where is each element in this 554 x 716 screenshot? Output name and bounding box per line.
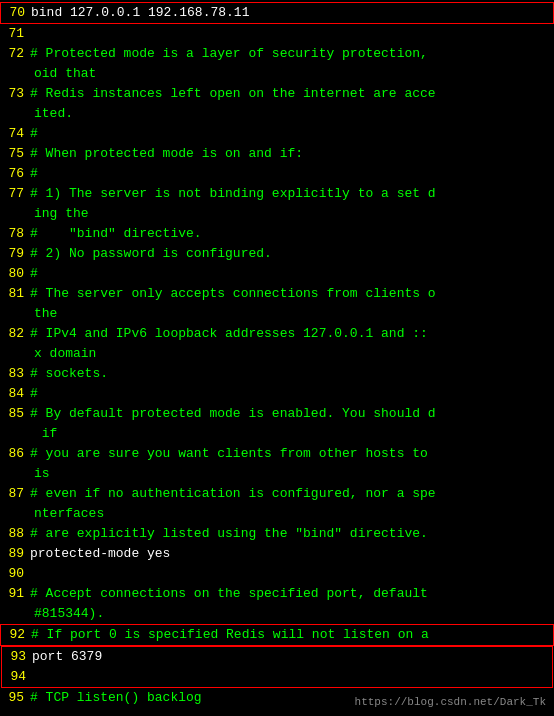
line-number-84: 84 (2, 384, 30, 404)
line-content-77: # 1) The server is not binding explicitl… (30, 184, 552, 204)
line-content-80: # (30, 264, 552, 284)
line-number-90: 90 (2, 564, 30, 584)
line-number-87: 87 (2, 484, 30, 504)
line-number-73: 73 (2, 84, 30, 104)
line-number-81: 81 (2, 284, 30, 304)
line-73-wrap: ited. (0, 104, 554, 124)
line-94: 94 (2, 667, 552, 687)
line-84: 84 # (0, 384, 554, 404)
line-number-85: 85 (2, 404, 30, 424)
line-number-75: 75 (2, 144, 30, 164)
line-73: 73 # Redis instances left open on the in… (0, 84, 554, 104)
line-number-88: 88 (2, 524, 30, 544)
line-number-93: 93 (4, 647, 32, 667)
line-content-78: # "bind" directive. (30, 224, 552, 244)
line-content-84: # (30, 384, 552, 404)
highlight-block-bottom: 94 (1, 667, 553, 688)
highlight-block-top: 93 port 6379 (1, 646, 553, 667)
line-number-79: 79 (2, 244, 30, 264)
line-93: 93 port 6379 (2, 647, 552, 667)
line-number-70: 70 (3, 3, 31, 23)
line-content-92: # If port 0 is specified Redis will not … (31, 625, 551, 645)
watermark: https://blog.csdn.net/Dark_Tk (355, 696, 546, 708)
line-content-86: # you are sure you want clients from oth… (30, 444, 552, 464)
line-85: 85 # By default protected mode is enable… (0, 404, 554, 424)
line-82-wrap: x domain (0, 344, 554, 364)
line-81: 81 # The server only accepts connections… (0, 284, 554, 304)
line-content-83: # sockets. (30, 364, 552, 384)
line-content-70: bind 127.0.0.1 192.168.78.11 (31, 3, 551, 23)
line-content-72: # Protected mode is a layer of security … (30, 44, 552, 64)
line-content-73: # Redis instances left open on the inter… (30, 84, 552, 104)
line-content-82: # IPv4 and IPv6 loopback addresses 127.0… (30, 324, 552, 344)
line-number-86: 86 (2, 444, 30, 464)
line-number-77: 77 (2, 184, 30, 204)
line-content-89: protected-mode yes (30, 544, 552, 564)
line-content-76: # (30, 164, 552, 184)
line-81-wrap: the (0, 304, 554, 324)
line-91: 91 # Accept connections on the specified… (0, 584, 554, 604)
line-92: 92 # If port 0 is specified Redis will n… (0, 624, 554, 646)
line-87: 87 # even if no authentication is config… (0, 484, 554, 504)
line-72-wrap: oid that (0, 64, 554, 84)
line-74: 74 # (0, 124, 554, 144)
line-89: 89 protected-mode yes (0, 544, 554, 564)
line-content-87: # even if no authentication is configure… (30, 484, 552, 504)
line-number-92: 92 (3, 625, 31, 645)
line-content-81: # The server only accepts connections fr… (30, 284, 552, 304)
line-77-wrap: ing the (0, 204, 554, 224)
code-editor: 70 bind 127.0.0.1 192.168.78.11 71 72 # … (0, 0, 554, 716)
line-content-79: # 2) No password is configured. (30, 244, 552, 264)
line-number-80: 80 (2, 264, 30, 284)
line-86-wrap: is (0, 464, 554, 484)
line-72: 72 # Protected mode is a layer of securi… (0, 44, 554, 64)
line-90: 90 (0, 564, 554, 584)
line-71: 71 (0, 24, 554, 44)
line-content-88: # are explicitly listed using the "bind"… (30, 524, 552, 544)
line-75: 75 # When protected mode is on and if: (0, 144, 554, 164)
line-83: 83 # sockets. (0, 364, 554, 384)
line-80: 80 # (0, 264, 554, 284)
line-70: 70 bind 127.0.0.1 192.168.78.11 (0, 2, 554, 24)
line-88: 88 # are explicitly listed using the "bi… (0, 524, 554, 544)
line-77: 77 # 1) The server is not binding explic… (0, 184, 554, 204)
line-78: 78 # "bind" directive. (0, 224, 554, 244)
line-number-72: 72 (2, 44, 30, 64)
line-content-85: # By default protected mode is enabled. … (30, 404, 552, 424)
line-number-83: 83 (2, 364, 30, 384)
line-content-75: # When protected mode is on and if: (30, 144, 552, 164)
line-number-82: 82 (2, 324, 30, 344)
line-79: 79 # 2) No password is configured. (0, 244, 554, 264)
line-number-78: 78 (2, 224, 30, 244)
line-76: 76 # (0, 164, 554, 184)
line-number-94: 94 (4, 667, 32, 687)
line-85-wrap: if (0, 424, 554, 444)
line-82: 82 # IPv4 and IPv6 loopback addresses 12… (0, 324, 554, 344)
line-content-74: # (30, 124, 552, 144)
line-91-wrap: #815344). (0, 604, 554, 624)
line-number-89: 89 (2, 544, 30, 564)
line-number-71: 71 (2, 24, 30, 44)
line-86: 86 # you are sure you want clients from … (0, 444, 554, 464)
line-number-91: 91 (2, 584, 30, 604)
line-87-wrap: nterfaces (0, 504, 554, 524)
line-number-76: 76 (2, 164, 30, 184)
line-content-93: port 6379 (32, 647, 550, 667)
line-number-74: 74 (2, 124, 30, 144)
line-content-91: # Accept connections on the specified po… (30, 584, 552, 604)
line-number-95: 95 (2, 688, 30, 708)
